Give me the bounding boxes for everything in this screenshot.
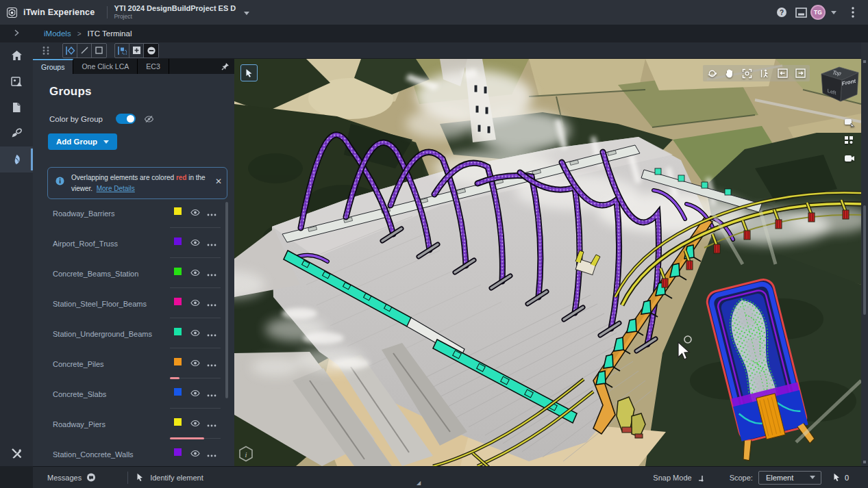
panel-scrollbar[interactable] <box>225 202 228 398</box>
group-more-icon[interactable] <box>207 207 216 219</box>
group-name[interactable]: Airport_Roof_Truss <box>53 240 118 248</box>
group-name[interactable]: Roadway_Piers <box>53 420 106 428</box>
rail-map-button[interactable] <box>0 68 33 94</box>
rail-home-button[interactable] <box>0 42 33 68</box>
group-color-swatch[interactable] <box>174 328 182 335</box>
attribution-icon[interactable]: i <box>238 446 253 462</box>
tab-one-click-lca[interactable]: One Click LCA <box>73 59 138 74</box>
rail-paint-button[interactable] <box>0 120 33 146</box>
snap-mode-label[interactable]: Snap Mode <box>653 474 691 482</box>
group-name[interactable]: Roadway_Barriers <box>53 209 114 218</box>
group-more-icon[interactable] <box>207 357 216 370</box>
rail-carbon-button[interactable] <box>0 146 33 172</box>
group-more-icon[interactable] <box>207 297 216 309</box>
group-color-swatch[interactable] <box>174 418 182 426</box>
pan-button[interactable] <box>725 68 734 79</box>
rail-tools-button[interactable] <box>0 443 33 463</box>
group-name[interactable]: Concrete_Piles <box>53 360 104 368</box>
project-selector[interactable]: YTI 2024 DesignBuildProject ES D Project <box>114 5 249 20</box>
group-select-icon <box>117 46 127 55</box>
viewer-select-tool-button[interactable] <box>240 64 258 81</box>
alert-close-button[interactable]: ✕ <box>215 177 222 185</box>
tool-settings-caret-icon[interactable]: ◢ <box>417 480 421 486</box>
group-name[interactable]: Concrete_Beams_Station <box>53 270 138 278</box>
line-select-button[interactable] <box>77 44 92 57</box>
more-menu-button[interactable] <box>843 3 863 22</box>
pin-panel-button[interactable] <box>216 59 234 74</box>
add-selection-button[interactable] <box>129 44 144 57</box>
scroll-up-arrow[interactable] <box>863 60 866 63</box>
group-visibility-icon[interactable] <box>190 207 200 219</box>
scroll-thumb[interactable] <box>863 205 866 315</box>
group-more-icon[interactable] <box>207 448 216 460</box>
group-name[interactable]: Station_Concrete_Walls <box>53 450 134 459</box>
pin-icon <box>221 62 230 70</box>
selection-count: 0 <box>845 474 849 482</box>
group-more-icon[interactable] <box>207 237 216 249</box>
panel-icon <box>795 8 807 18</box>
expand-sidebar-button[interactable] <box>0 29 33 38</box>
screenshot-button[interactable] <box>844 118 855 127</box>
element-select-button[interactable] <box>63 44 77 57</box>
group-name[interactable]: Station_Steel_Floor_Beams <box>53 300 147 308</box>
group-visibility-icon[interactable] <box>190 357 200 370</box>
undo-view-button[interactable] <box>778 68 788 78</box>
viewer-scrollbar[interactable] <box>861 42 868 466</box>
group-visibility-icon[interactable] <box>190 237 200 249</box>
group-visibility-icon[interactable] <box>190 267 200 279</box>
group-more-icon[interactable] <box>207 327 216 339</box>
snap-mode-icon[interactable] <box>697 474 706 482</box>
drag-handle-icon[interactable] <box>42 46 50 55</box>
group-select-button[interactable] <box>115 44 129 57</box>
scope-select[interactable]: Element <box>758 471 821 485</box>
group-color-swatch[interactable] <box>174 207 182 215</box>
rail-document-button[interactable] <box>0 94 33 120</box>
group-name[interactable]: Concrete_Slabs <box>53 390 106 398</box>
group-color-swatch[interactable] <box>174 298 182 305</box>
group-more-icon[interactable] <box>207 387 216 400</box>
avatar-caret-icon[interactable] <box>831 11 836 14</box>
color-by-group-toggle[interactable] <box>116 114 136 124</box>
group-more-icon[interactable] <box>207 267 216 279</box>
more-details-link[interactable]: More Details <box>97 185 135 192</box>
group-visibility-icon[interactable] <box>190 387 200 400</box>
box-select-button[interactable] <box>92 44 106 57</box>
group-visibility-icon[interactable] <box>190 448 200 460</box>
tab-groups[interactable]: Groups <box>33 59 73 74</box>
panel-toggle-button[interactable] <box>791 3 810 22</box>
group-name[interactable]: Station_Underground_Beams <box>53 330 152 338</box>
group-more-icon[interactable] <box>207 418 216 430</box>
hide-all-button[interactable] <box>144 115 154 123</box>
viewport[interactable]: Top Left Front i <box>234 59 861 466</box>
view-cube[interactable]: Top Left Front <box>816 62 861 107</box>
walk-button[interactable] <box>760 68 769 79</box>
group-visibility-icon[interactable] <box>190 327 200 339</box>
layout-button[interactable] <box>844 136 854 144</box>
left-rail <box>0 42 33 466</box>
add-group-button[interactable]: Add Group <box>48 133 117 150</box>
remove-selection-button[interactable] <box>144 44 158 57</box>
aerial-map <box>234 59 861 466</box>
messages-icon[interactable] <box>86 473 96 482</box>
group-color-swatch[interactable] <box>174 448 182 456</box>
orbit-button[interactable] <box>707 68 717 79</box>
group-visibility-icon[interactable] <box>190 418 200 430</box>
scroll-down-arrow[interactable] <box>863 461 866 463</box>
group-color-swatch[interactable] <box>174 388 182 396</box>
messages-label[interactable]: Messages <box>47 474 82 482</box>
fit-view-button[interactable] <box>742 68 752 79</box>
group-visibility-icon[interactable] <box>190 297 200 309</box>
group-divider <box>170 318 221 318</box>
alert-text: Overlapping elements are colored red in … <box>71 172 210 194</box>
scope-value: Element <box>766 474 793 482</box>
avatar[interactable]: TG <box>810 5 826 20</box>
tab-ec3[interactable]: EC3 <box>138 59 169 74</box>
group-color-swatch[interactable] <box>174 358 182 365</box>
help-button[interactable]: ? <box>772 3 791 22</box>
breadcrumb-imodels[interactable]: iModels <box>44 29 71 38</box>
camera-button[interactable] <box>844 155 855 162</box>
redo-view-button[interactable] <box>795 68 806 78</box>
group-color-swatch[interactable] <box>174 268 182 275</box>
itwin-logo-icon <box>7 8 17 18</box>
group-color-swatch[interactable] <box>174 237 182 245</box>
